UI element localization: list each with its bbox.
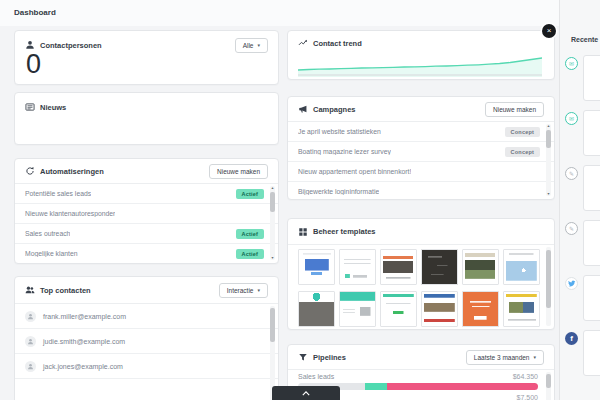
chevron-up-icon [302, 391, 310, 396]
scrollbar[interactable]: ▲ ▼ [546, 124, 551, 196]
contacts-count: 0 [26, 51, 41, 78]
contact-row[interactable]: frank.miller@example.com [15, 304, 278, 329]
scroll-down-icon[interactable]: ▼ [270, 256, 275, 260]
scrollbar-thumb[interactable] [270, 192, 275, 212]
pipeline-bar-segment [365, 383, 387, 390]
refresh-icon [25, 166, 35, 176]
avatar-icon [25, 336, 36, 347]
pipeline-bar-segment [387, 383, 538, 390]
template-thumbnail-dark-collage[interactable] [421, 249, 458, 285]
scrollbar[interactable] [546, 247, 551, 326]
list-item[interactable]: Sales outreachActief [15, 224, 278, 244]
card-contact-trend: Contact trend [287, 30, 555, 80]
contact-row[interactable]: judie.smith@example.com [15, 329, 278, 354]
newspaper-icon [25, 102, 35, 112]
contact-email: jack.jones@example.com [43, 363, 123, 370]
chevron-down-icon: ▾ [533, 355, 536, 360]
template-thumbnail-orange-promo[interactable] [462, 291, 499, 327]
scrollbar-thumb[interactable] [546, 250, 551, 308]
feed-card[interactable] [583, 110, 600, 156]
list-item-label: Nieuw appartement opent binnenkort! [298, 168, 411, 175]
sidebar-title: Recente activiteit [571, 36, 600, 43]
new-automation-button[interactable]: Nieuwe maken [209, 164, 268, 179]
card-title: Beheer templates [313, 227, 376, 236]
card-top-contacten: Top contacten Interactie ▾ frank.miller@… [14, 276, 279, 400]
collapse-tab-button[interactable] [272, 386, 340, 400]
pipelines-period-dropdown[interactable]: Laatste 3 maanden ▾ [466, 350, 544, 365]
status-badge: Concept [505, 147, 540, 157]
template-thumbnail-teal-bar-green-button[interactable] [380, 291, 417, 327]
list-item-label: Boating magazine lezer survey [298, 148, 391, 155]
close-icon[interactable]: × [542, 24, 556, 38]
template-thumbnail-teal-header[interactable] [339, 291, 376, 327]
page-title: Dashboard [14, 8, 56, 17]
contact-row[interactable]: jack.jones@example.com [15, 354, 278, 379]
list-item[interactable]: Je april website statistiekenConcept [288, 122, 554, 142]
campaign-email-icon[interactable]: ✉ [565, 112, 578, 125]
template-thumbnail-portrait-teal-badge[interactable] [298, 291, 335, 327]
template-thumbnail-laptop-blue[interactable] [298, 249, 335, 285]
note-icon[interactable]: ✎ [565, 167, 578, 180]
pipeline-value: $7.500 [517, 394, 538, 400]
new-campaign-button[interactable]: Nieuwe maken [485, 102, 544, 117]
feed-card[interactable] [583, 165, 600, 211]
template-thumbnail-sky-blue[interactable] [503, 249, 540, 285]
card-nieuws: Nieuws [14, 92, 279, 145]
facebook-icon[interactable]: f [565, 332, 578, 345]
scrollbar-thumb[interactable] [546, 374, 551, 388]
pipeline-value: $64.350 [513, 373, 538, 380]
scrollbar[interactable] [546, 372, 551, 400]
card-contactpersonen: Contactpersonen Alle ▾ 0 [14, 30, 279, 85]
avatar-icon [25, 361, 36, 372]
feed-card[interactable] [583, 55, 600, 101]
template-thumbnail-blue-header-photo[interactable] [421, 291, 458, 327]
trend-icon [298, 38, 308, 48]
feed-card[interactable] [583, 330, 600, 376]
feed-item [565, 275, 600, 321]
feed-item: ✉ [565, 55, 600, 101]
feed-card[interactable] [583, 275, 600, 321]
status-badge: Actief [236, 229, 264, 239]
campaigns-list: Je april website statistiekenConceptBoat… [288, 122, 554, 200]
template-thumbnail-text-list[interactable] [339, 249, 376, 285]
feed-card[interactable] [583, 220, 600, 266]
card-title: Campagnes [313, 105, 356, 114]
people-icon [25, 285, 35, 295]
list-item-label: Potentiële sales leads [25, 190, 91, 197]
template-thumbnail-photo-orange-band[interactable] [380, 249, 417, 285]
pipeline-label: Sales leads [298, 373, 334, 380]
top-strip [0, 0, 600, 26]
dropdown-value: Alle [243, 42, 254, 49]
top-contacts-filter-dropdown[interactable]: Interactie ▾ [219, 283, 268, 298]
list-item-label: Mogelijke klanten [25, 250, 78, 257]
feed-item: ✎ [565, 165, 600, 211]
list-item[interactable]: Bijgewerkte logininformatie [288, 182, 554, 200]
chevron-down-icon: ▾ [257, 288, 260, 293]
scroll-up-icon[interactable]: ▲ [546, 124, 551, 128]
card-title: Pipelines [313, 353, 346, 362]
scrollbar-thumb[interactable] [270, 308, 275, 342]
scroll-down-icon[interactable]: ▼ [546, 192, 551, 196]
list-item[interactable]: Nieuwe klantenautoresponder [15, 204, 278, 224]
scroll-up-icon[interactable]: ▲ [270, 186, 275, 190]
campaign-email-icon[interactable]: ✉ [565, 57, 578, 70]
list-item-label: Bijgewerkte logininformatie [298, 188, 379, 195]
list-item[interactable]: Mogelijke klantenActief [15, 244, 278, 264]
template-thumbnail-nature-green[interactable] [462, 249, 499, 285]
list-item[interactable]: Potentiële sales leadsActief [15, 184, 278, 204]
avatar-icon [25, 311, 36, 322]
dashboard-screen: Dashboard Contactpersonen Alle ▾ 0 Nieuw… [0, 0, 600, 400]
automations-list: Potentiële sales leadsActiefNieuwe klant… [15, 184, 278, 264]
list-item-label: Sales outreach [25, 230, 70, 237]
twitter-icon[interactable] [565, 277, 578, 290]
list-item[interactable]: Nieuw appartement opent binnenkort! [288, 162, 554, 182]
scrollbar-thumb[interactable] [546, 130, 551, 148]
top-contacts-list: frank.miller@example.comjudie.smith@exam… [15, 304, 278, 379]
chevron-down-icon: ▾ [257, 43, 260, 48]
status-badge: Actief [236, 249, 264, 259]
list-item[interactable]: Boating magazine lezer surveyConcept [288, 142, 554, 162]
note-icon[interactable]: ✎ [565, 222, 578, 235]
contacts-filter-dropdown[interactable]: Alle ▾ [235, 38, 268, 53]
template-thumbnail-yellow-news[interactable] [503, 291, 540, 327]
scrollbar[interactable]: ▲ ▼ [270, 186, 275, 260]
